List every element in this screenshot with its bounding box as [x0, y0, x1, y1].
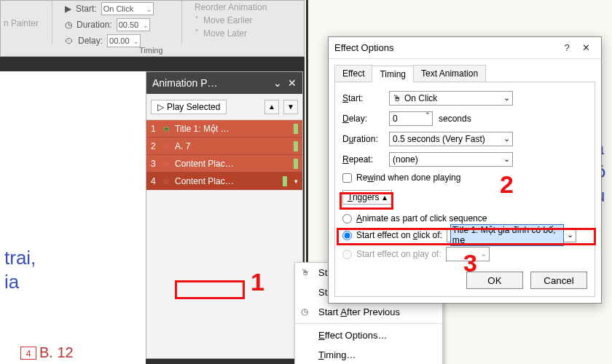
dlg-delay-spin[interactable]: 0 [389, 111, 433, 126]
duration-label: Duration: [76, 20, 112, 30]
dlg-start-label: Start: [342, 93, 383, 103]
dlg-duration-label: Duration: [342, 134, 383, 144]
start-label: Start: [76, 4, 97, 14]
dlg-radio2-label: Start effect on click of: [356, 230, 442, 240]
dlg-delay-label: Delay: [342, 114, 383, 124]
dlg-radio3-label: Start effect on play of: [356, 249, 442, 259]
menu-start-after-previous[interactable]: ◷Start After Previous [295, 302, 442, 322]
tab-text-animation[interactable]: Text Animation [413, 65, 486, 82]
answer-marker: 4 [20, 347, 36, 360]
cancel-button[interactable]: Cancel [530, 272, 587, 289]
dialog-title: Effect Options [334, 42, 557, 53]
move-earlier[interactable]: ˄Move Earlier [189, 14, 298, 27]
mouse-icon: 🖱 [301, 267, 310, 277]
tab-effect[interactable]: Effect [334, 65, 372, 82]
collapse-icon: ▴ [382, 192, 387, 202]
start-combo[interactable]: On Click [101, 2, 154, 15]
tab-timing[interactable]: Timing [372, 66, 414, 82]
answer-b12: B. 12 [39, 344, 74, 361]
dlg-duration-combo[interactable]: 0.5 seconds (Very Fast) [389, 132, 513, 146]
delay-spin[interactable]: 00.00 [107, 34, 141, 47]
dlg-rewind-label: Rewind when done playing [356, 173, 460, 183]
annotation-2: 2 [500, 170, 514, 199]
slide-canvas-left: trai, ia 4 B. 12 [0, 71, 146, 364]
animation-painter-partial: n Painter [4, 18, 39, 28]
dlg-rewind-checkbox[interactable] [342, 173, 352, 183]
annotation-3: 3 [463, 249, 477, 277]
help-button[interactable]: ? [557, 42, 576, 53]
dlg-trigger-object-combo[interactable]: Title 1: Một gia đình có bố, mẹ [447, 228, 576, 242]
clock-icon: ◷ [301, 306, 308, 317]
dlg-radio-click-sequence[interactable] [342, 214, 352, 223]
move-later[interactable]: ˅Move Later [189, 27, 298, 40]
dlg-start-combo[interactable]: 🖱On Click [389, 91, 513, 106]
dlg-delay-unit: seconds [439, 114, 471, 124]
mouse-icon: 🖱 [393, 93, 401, 103]
dlg-radio-start-on-click-of[interactable] [342, 231, 352, 240]
menu-timing[interactable]: Timing… [295, 345, 442, 364]
menu-effect-options[interactable]: Effect Options… [295, 325, 442, 345]
reorder-header: Reorder Animation [189, 1, 298, 14]
animations-ribbon: n Painter ▶Start: On Click ◷Duration: 00… [0, 0, 305, 57]
delay-label: Delay: [78, 36, 103, 46]
annotation-1: 1 [251, 268, 264, 296]
dlg-triggers-button[interactable]: Triggers▴ [342, 190, 392, 205]
close-button[interactable]: ✕ [576, 42, 595, 53]
dlg-radio1-label: Animate as part of click sequence [356, 213, 487, 223]
group-timing-label: Timing [139, 46, 163, 55]
dlg-repeat-combo[interactable]: (none) [389, 152, 513, 167]
duration-spin[interactable]: 00.50 [117, 18, 150, 31]
dlg-radio-start-on-play-of [342, 250, 352, 259]
dlg-repeat-label: Repeat: [342, 154, 383, 165]
